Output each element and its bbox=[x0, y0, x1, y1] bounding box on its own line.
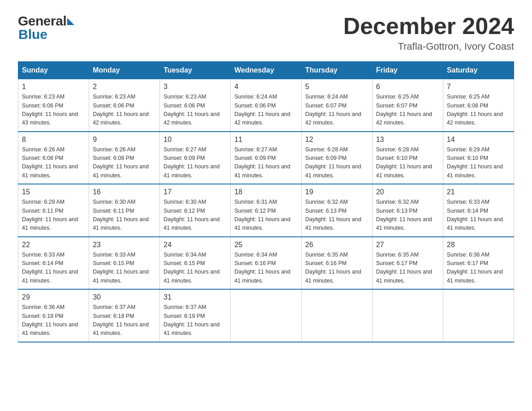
day-info: Sunrise: 6:23 AMSunset: 6:06 PMDaylight:… bbox=[163, 93, 227, 128]
calendar-cell: 13Sunrise: 6:28 AMSunset: 6:10 PMDayligh… bbox=[372, 132, 443, 184]
day-info: Sunrise: 6:37 AMSunset: 6:19 PMDaylight:… bbox=[163, 303, 227, 338]
day-info: Sunrise: 6:26 AMSunset: 6:08 PMDaylight:… bbox=[22, 146, 85, 180]
day-info: Sunrise: 6:24 AMSunset: 6:06 PMDaylight:… bbox=[234, 93, 297, 128]
calendar-cell: 7Sunrise: 6:25 AMSunset: 6:08 PMDaylight… bbox=[443, 79, 514, 132]
day-info: Sunrise: 6:36 AMSunset: 6:17 PMDaylight:… bbox=[447, 251, 510, 286]
day-number: 6 bbox=[376, 83, 439, 91]
day-info: Sunrise: 6:34 AMSunset: 6:15 PMDaylight:… bbox=[163, 251, 227, 286]
day-number: 2 bbox=[93, 83, 156, 91]
location-subtitle: Trafla-Gottron, Ivory Coast bbox=[343, 41, 514, 52]
calendar-cell: 21Sunrise: 6:33 AMSunset: 6:14 PMDayligh… bbox=[443, 184, 514, 237]
day-number: 5 bbox=[305, 83, 369, 91]
calendar-week-row: 15Sunrise: 6:29 AMSunset: 6:11 PMDayligh… bbox=[18, 184, 514, 237]
header-thursday: Thursday bbox=[301, 62, 372, 79]
day-info: Sunrise: 6:28 AMSunset: 6:10 PMDaylight:… bbox=[376, 146, 439, 180]
day-info: Sunrise: 6:23 AMSunset: 6:06 PMDaylight:… bbox=[93, 93, 156, 128]
day-info: Sunrise: 6:34 AMSunset: 6:16 PMDaylight:… bbox=[234, 251, 297, 286]
day-info: Sunrise: 6:31 AMSunset: 6:12 PMDaylight:… bbox=[234, 198, 297, 233]
header-sunday: Sunday bbox=[18, 62, 89, 79]
day-info: Sunrise: 6:33 AMSunset: 6:14 PMDaylight:… bbox=[22, 251, 85, 286]
calendar-cell: 23Sunrise: 6:33 AMSunset: 6:15 PMDayligh… bbox=[89, 237, 160, 290]
calendar-cell bbox=[443, 289, 514, 342]
day-info: Sunrise: 6:29 AMSunset: 6:10 PMDaylight:… bbox=[447, 146, 510, 180]
calendar-table: SundayMondayTuesdayWednesdayThursdayFrid… bbox=[18, 61, 514, 342]
calendar-cell: 22Sunrise: 6:33 AMSunset: 6:14 PMDayligh… bbox=[18, 237, 89, 290]
calendar-cell: 31Sunrise: 6:37 AMSunset: 6:19 PMDayligh… bbox=[160, 289, 231, 342]
logo-triangle-icon bbox=[67, 18, 74, 25]
calendar-cell: 30Sunrise: 6:37 AMSunset: 6:18 PMDayligh… bbox=[89, 289, 160, 342]
calendar-cell: 5Sunrise: 6:24 AMSunset: 6:07 PMDaylight… bbox=[301, 79, 372, 132]
calendar-cell: 6Sunrise: 6:25 AMSunset: 6:07 PMDaylight… bbox=[372, 79, 443, 132]
calendar-cell: 18Sunrise: 6:31 AMSunset: 6:12 PMDayligh… bbox=[231, 184, 301, 237]
calendar-cell: 8Sunrise: 6:26 AMSunset: 6:08 PMDaylight… bbox=[18, 132, 89, 184]
calendar-cell: 24Sunrise: 6:34 AMSunset: 6:15 PMDayligh… bbox=[160, 237, 231, 290]
day-number: 18 bbox=[234, 188, 297, 196]
calendar-week-row: 22Sunrise: 6:33 AMSunset: 6:14 PMDayligh… bbox=[18, 237, 514, 290]
calendar-cell: 17Sunrise: 6:30 AMSunset: 6:12 PMDayligh… bbox=[160, 184, 231, 237]
header-friday: Friday bbox=[372, 62, 443, 79]
calendar-cell: 28Sunrise: 6:36 AMSunset: 6:17 PMDayligh… bbox=[443, 237, 514, 290]
day-info: Sunrise: 6:30 AMSunset: 6:11 PMDaylight:… bbox=[93, 198, 156, 233]
day-info: Sunrise: 6:27 AMSunset: 6:09 PMDaylight:… bbox=[234, 146, 297, 180]
day-number: 13 bbox=[376, 136, 439, 144]
day-number: 29 bbox=[22, 293, 85, 301]
day-number: 25 bbox=[234, 241, 297, 249]
calendar-cell: 15Sunrise: 6:29 AMSunset: 6:11 PMDayligh… bbox=[18, 184, 89, 237]
day-number: 3 bbox=[163, 83, 227, 91]
day-info: Sunrise: 6:28 AMSunset: 6:09 PMDaylight:… bbox=[305, 146, 369, 180]
day-number: 23 bbox=[93, 241, 156, 249]
day-number: 12 bbox=[305, 136, 369, 144]
day-info: Sunrise: 6:35 AMSunset: 6:16 PMDaylight:… bbox=[305, 251, 369, 286]
day-info: Sunrise: 6:25 AMSunset: 6:08 PMDaylight:… bbox=[447, 93, 510, 128]
day-number: 19 bbox=[305, 188, 369, 196]
logo-general-text: General bbox=[18, 13, 66, 29]
day-info: Sunrise: 6:25 AMSunset: 6:07 PMDaylight:… bbox=[376, 93, 439, 128]
day-number: 27 bbox=[376, 241, 439, 249]
day-number: 7 bbox=[447, 83, 510, 91]
day-number: 17 bbox=[163, 188, 227, 196]
calendar-cell bbox=[372, 289, 443, 342]
day-number: 22 bbox=[22, 241, 85, 249]
day-info: Sunrise: 6:33 AMSunset: 6:15 PMDaylight:… bbox=[93, 251, 156, 286]
day-info: Sunrise: 6:29 AMSunset: 6:11 PMDaylight:… bbox=[22, 198, 85, 233]
month-title: December 2024 bbox=[343, 13, 514, 39]
calendar-cell: 16Sunrise: 6:30 AMSunset: 6:11 PMDayligh… bbox=[89, 184, 160, 237]
calendar-cell: 26Sunrise: 6:35 AMSunset: 6:16 PMDayligh… bbox=[301, 237, 372, 290]
day-info: Sunrise: 6:35 AMSunset: 6:17 PMDaylight:… bbox=[376, 251, 439, 286]
day-number: 26 bbox=[305, 241, 369, 249]
day-info: Sunrise: 6:37 AMSunset: 6:18 PMDaylight:… bbox=[93, 303, 156, 338]
calendar-cell: 27Sunrise: 6:35 AMSunset: 6:17 PMDayligh… bbox=[372, 237, 443, 290]
day-number: 28 bbox=[447, 241, 510, 249]
day-info: Sunrise: 6:26 AMSunset: 6:08 PMDaylight:… bbox=[93, 146, 156, 180]
logo: General Blue bbox=[18, 13, 74, 42]
calendar-cell: 4Sunrise: 6:24 AMSunset: 6:06 PMDaylight… bbox=[231, 79, 301, 132]
calendar-cell: 12Sunrise: 6:28 AMSunset: 6:09 PMDayligh… bbox=[301, 132, 372, 184]
calendar-cell: 19Sunrise: 6:32 AMSunset: 6:13 PMDayligh… bbox=[301, 184, 372, 237]
calendar-week-row: 29Sunrise: 6:36 AMSunset: 6:18 PMDayligh… bbox=[18, 289, 514, 342]
logo-blue-text: Blue bbox=[18, 27, 74, 42]
calendar-week-row: 8Sunrise: 6:26 AMSunset: 6:08 PMDaylight… bbox=[18, 132, 514, 184]
calendar-cell: 1Sunrise: 6:23 AMSunset: 6:06 PMDaylight… bbox=[18, 79, 89, 132]
calendar-cell: 2Sunrise: 6:23 AMSunset: 6:06 PMDaylight… bbox=[89, 79, 160, 132]
calendar-week-row: 1Sunrise: 6:23 AMSunset: 6:06 PMDaylight… bbox=[18, 79, 514, 132]
day-number: 1 bbox=[22, 83, 85, 91]
calendar-cell: 3Sunrise: 6:23 AMSunset: 6:06 PMDaylight… bbox=[160, 79, 231, 132]
day-number: 24 bbox=[163, 241, 227, 249]
day-number: 30 bbox=[93, 293, 156, 301]
day-number: 14 bbox=[447, 136, 510, 144]
day-number: 8 bbox=[22, 136, 85, 144]
header-wednesday: Wednesday bbox=[231, 62, 301, 79]
title-section: December 2024 Trafla-Gottron, Ivory Coas… bbox=[343, 13, 514, 52]
day-info: Sunrise: 6:36 AMSunset: 6:18 PMDaylight:… bbox=[22, 303, 85, 338]
calendar-cell: 14Sunrise: 6:29 AMSunset: 6:10 PMDayligh… bbox=[443, 132, 514, 184]
calendar-cell: 11Sunrise: 6:27 AMSunset: 6:09 PMDayligh… bbox=[231, 132, 301, 184]
header-tuesday: Tuesday bbox=[160, 62, 231, 79]
calendar-cell bbox=[301, 289, 372, 342]
header-monday: Monday bbox=[89, 62, 160, 79]
calendar-cell: 10Sunrise: 6:27 AMSunset: 6:09 PMDayligh… bbox=[160, 132, 231, 184]
day-number: 9 bbox=[93, 136, 156, 144]
day-number: 10 bbox=[163, 136, 227, 144]
day-number: 16 bbox=[93, 188, 156, 196]
calendar-header-row: SundayMondayTuesdayWednesdayThursdayFrid… bbox=[18, 62, 514, 79]
calendar-cell: 9Sunrise: 6:26 AMSunset: 6:08 PMDaylight… bbox=[89, 132, 160, 184]
